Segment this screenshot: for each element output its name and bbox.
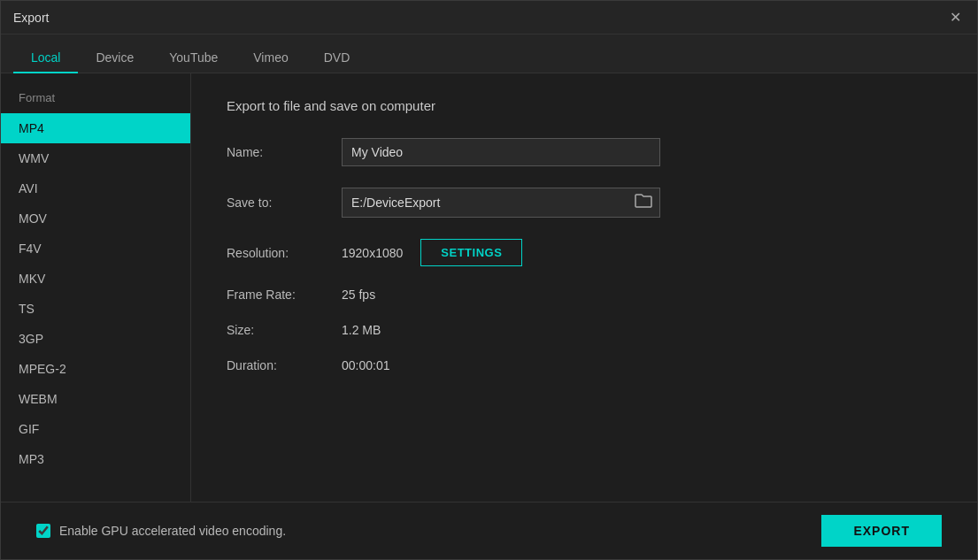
content-area: Format MP4 WMV AVI MOV F4V MKV TS 3GP MP… xyxy=(1,73,977,502)
title-bar: Export ✕ xyxy=(1,1,977,35)
window-title: Export xyxy=(13,11,49,25)
sidebar-item-3gp[interactable]: 3GP xyxy=(1,324,190,354)
gpu-label[interactable]: Enable GPU accelerated video encoding. xyxy=(59,524,286,538)
folder-input-wrap xyxy=(342,188,660,218)
gpu-option: Enable GPU accelerated video encoding. xyxy=(36,524,286,538)
tab-local[interactable]: Local xyxy=(13,43,78,73)
tab-dvd[interactable]: DVD xyxy=(306,43,368,73)
sidebar-item-gif[interactable]: GIF xyxy=(1,414,190,444)
bottom-bar: Enable GPU accelerated video encoding. E… xyxy=(1,502,977,559)
duration-value: 00:00:01 xyxy=(342,358,390,372)
gpu-checkbox[interactable] xyxy=(36,524,50,538)
tab-bar: Local Device YouTube Vimeo DVD xyxy=(1,35,977,73)
sidebar-item-mov[interactable]: MOV xyxy=(1,203,190,234)
sidebar-item-avi[interactable]: AVI xyxy=(1,173,190,203)
export-button[interactable]: EXPORT xyxy=(821,515,942,547)
resolution-row: Resolution: 1920x1080 SETTINGS xyxy=(227,239,942,266)
resolution-value: 1920x1080 xyxy=(342,246,403,260)
sidebar-item-wmv[interactable]: WMV xyxy=(1,143,190,173)
save-to-label: Save to: xyxy=(227,196,342,210)
settings-button[interactable]: SETTINGS xyxy=(420,239,522,266)
sidebar-item-mp3[interactable]: MP3 xyxy=(1,444,190,474)
sidebar-item-mkv[interactable]: MKV xyxy=(1,264,190,294)
size-value: 1.2 MB xyxy=(342,323,381,337)
close-button[interactable]: ✕ xyxy=(946,9,965,27)
sidebar-section-label: Format xyxy=(1,91,190,113)
resolution-label: Resolution: xyxy=(227,246,342,260)
sidebar-item-mpeg2[interactable]: MPEG-2 xyxy=(1,354,190,384)
section-title: Export to file and save on computer xyxy=(227,98,942,113)
duration-row: Duration: 00:00:01 xyxy=(227,358,942,372)
tab-youtube[interactable]: YouTube xyxy=(151,43,235,73)
name-row: Name: xyxy=(227,138,942,166)
name-input[interactable] xyxy=(342,138,660,166)
browse-folder-button[interactable] xyxy=(628,188,659,217)
sidebar: Format MP4 WMV AVI MOV F4V MKV TS 3GP MP… xyxy=(1,73,191,502)
save-to-input[interactable] xyxy=(343,189,628,216)
tab-device[interactable]: Device xyxy=(78,43,151,73)
main-panel: Export to file and save on computer Name… xyxy=(191,73,977,502)
frame-rate-label: Frame Rate: xyxy=(227,288,342,302)
export-window: Export ✕ Local Device YouTube Vimeo DVD … xyxy=(0,0,978,560)
resolution-controls: 1920x1080 SETTINGS xyxy=(342,239,522,266)
size-label: Size: xyxy=(227,323,342,337)
frame-rate-row: Frame Rate: 25 fps xyxy=(227,288,942,302)
save-to-row: Save to: xyxy=(227,188,942,218)
frame-rate-value: 25 fps xyxy=(342,288,375,302)
sidebar-item-f4v[interactable]: F4V xyxy=(1,234,190,264)
folder-icon xyxy=(635,193,652,209)
name-label: Name: xyxy=(227,145,342,159)
sidebar-item-webm[interactable]: WEBM xyxy=(1,384,190,414)
tab-vimeo[interactable]: Vimeo xyxy=(235,43,305,73)
duration-label: Duration: xyxy=(227,358,342,372)
sidebar-item-ts[interactable]: TS xyxy=(1,294,190,324)
size-row: Size: 1.2 MB xyxy=(227,323,942,337)
sidebar-item-mp4[interactable]: MP4 xyxy=(1,113,190,143)
